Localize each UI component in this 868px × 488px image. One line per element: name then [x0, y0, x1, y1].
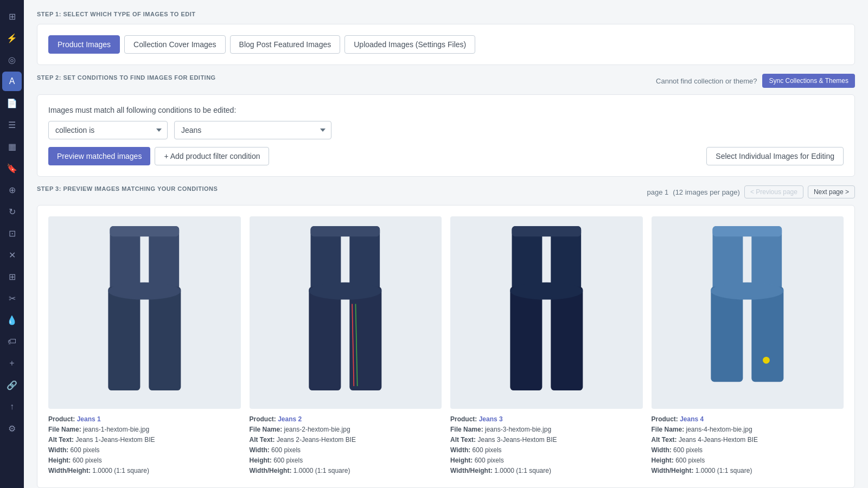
condition-value-select[interactable]: Jeans T-Shirts Shoes Accessories	[174, 121, 331, 139]
ratio-3: 1.0000 (1:1 square)	[494, 467, 551, 474]
refresh-icon[interactable]: ↻	[2, 202, 22, 221]
x-icon[interactable]: ✕	[2, 245, 22, 265]
group-icon[interactable]: ⊞	[2, 267, 22, 286]
product-label-1: Product:	[48, 415, 77, 423]
list-icon[interactable]: ☰	[2, 115, 22, 134]
image-placeholder-3	[450, 216, 643, 409]
file-name-4: jeans-4-hextom-bie.jpg	[686, 426, 752, 433]
svg-rect-23	[752, 286, 784, 381]
pagination-info: page 1 (12 images per page) < Previous p…	[647, 185, 855, 198]
plus-circle-icon[interactable]: ⊕	[2, 180, 22, 200]
height-3: 600 pixels	[475, 457, 504, 464]
settings-icon[interactable]: ⚙	[2, 419, 22, 438]
step2-label: STEP 2: SET CONDITIONS TO FIND IMAGES FO…	[37, 74, 216, 81]
select-individual-images-button[interactable]: Select Individual Images for Editing	[706, 147, 844, 165]
width-4: 600 pixels	[673, 446, 703, 454]
alt-text-4: Jeans 4-Jeans-Hextom BIE	[679, 436, 758, 444]
prev-page-button[interactable]: < Previous page	[744, 185, 803, 198]
svg-rect-8	[309, 286, 341, 390]
svg-point-24	[711, 282, 784, 299]
file-name-1: jeans-1-hextom-bie.jpg	[83, 426, 149, 433]
image-card-2: Product: Jeans 2 File Name: jeans-2-hext…	[250, 216, 442, 477]
alt-text-1: Jeans 1-Jeans-Hextom BIE	[75, 436, 155, 444]
sync-collections-themes-button[interactable]: Sync Collections & Themes	[762, 74, 855, 88]
circle-icon[interactable]: ◎	[2, 50, 22, 69]
product-link-1[interactable]: Jeans 1	[77, 415, 101, 423]
lightning-icon[interactable]: ⚡	[2, 28, 22, 48]
tag-icon[interactable]: 🏷	[2, 332, 22, 351]
doc-icon[interactable]: 📄	[2, 93, 22, 113]
step1-label: STEP 1: SELECT WHICH TYPE OF IMAGES TO E…	[37, 11, 855, 17]
product-link-2[interactable]: Jeans 2	[278, 415, 302, 423]
width-3: 600 pixels	[473, 446, 502, 454]
home-icon[interactable]: ⊞	[2, 7, 22, 26]
plus-icon[interactable]: +	[2, 354, 22, 373]
image-type-tabs: Product Images Collection Cover Images B…	[48, 35, 844, 54]
ratio-4: 1.0000 (1:1 square)	[695, 467, 752, 474]
svg-rect-2	[108, 286, 140, 390]
grid-icon[interactable]: ▦	[2, 137, 22, 156]
step1-card: Product Images Collection Cover Images B…	[37, 24, 855, 65]
image-card-4: Product: Jeans 4 File Name: jeans-4-hext…	[652, 216, 844, 477]
images-grid: Product: Jeans 1 File Name: jeans-1-hext…	[37, 205, 855, 488]
conditions-description: Images must match all following conditio…	[48, 106, 844, 114]
upload-icon[interactable]: ↑	[2, 397, 22, 416]
tab-blog-post-featured-images[interactable]: Blog Post Featured Images	[230, 35, 341, 54]
svg-rect-19	[512, 226, 581, 236]
main-content: STEP 1: SELECT WHICH TYPE OF IMAGES TO E…	[24, 0, 868, 488]
tab-product-images[interactable]: Product Images	[48, 35, 120, 54]
width-1: 600 pixels	[71, 446, 100, 454]
width-2: 600 pixels	[271, 446, 301, 454]
action-buttons-row: Preview matched images + Add product fil…	[48, 147, 844, 165]
cannot-find-text: Cannot find collection or theme?	[656, 77, 757, 85]
svg-rect-9	[350, 286, 382, 390]
image-meta-2: Product: Jeans 2 File Name: jeans-2-hext…	[250, 414, 442, 477]
image-meta-3: Product: Jeans 3 File Name: jeans-3-hext…	[450, 414, 643, 477]
image-card-1: Product: Jeans 1 File Name: jeans-1-hext…	[48, 216, 241, 477]
condition-filter-select[interactable]: collection is tag is product type is ven…	[48, 121, 168, 139]
height-1: 600 pixels	[73, 457, 102, 464]
svg-point-26	[763, 357, 770, 364]
product-link-3[interactable]: Jeans 3	[479, 415, 503, 423]
droplet-icon[interactable]: 💧	[2, 310, 22, 330]
tab-collection-cover-images[interactable]: Collection Cover Images	[124, 35, 226, 54]
file-name-2: jeans-2-hextom-bie.jpg	[284, 426, 350, 433]
crop-icon[interactable]: ⊡	[2, 223, 22, 243]
svg-rect-16	[510, 286, 542, 390]
step3-label: STEP 3: PREVIEW IMAGES MATCHING YOUR CON…	[37, 185, 218, 192]
action-left-buttons: Preview matched images + Add product fil…	[48, 147, 269, 165]
alt-text-2: Jeans 2-Jeans-Hextom BIE	[277, 436, 356, 444]
svg-rect-17	[551, 286, 583, 390]
image-placeholder-1	[48, 216, 241, 409]
image-placeholder-4	[652, 216, 844, 409]
bookmark-icon[interactable]: 🔖	[2, 158, 22, 178]
file-name-3: jeans-3-hextom-bie.jpg	[485, 426, 551, 433]
per-page-info: (12 images per page)	[673, 188, 740, 196]
svg-rect-3	[149, 286, 181, 390]
alt-text-3: Jeans 3-Jeans-Hextom BIE	[477, 436, 557, 444]
svg-rect-22	[711, 286, 743, 381]
ratio-1: 1.0000 (1:1 square)	[92, 467, 149, 474]
link-icon[interactable]: 🔗	[2, 375, 22, 395]
height-2: 600 pixels	[273, 457, 303, 464]
step3-header: STEP 3: PREVIEW IMAGES MATCHING YOUR CON…	[37, 185, 855, 198]
step2-header: STEP 2: SET CONDITIONS TO FIND IMAGES FO…	[37, 74, 855, 88]
svg-point-18	[510, 282, 583, 299]
product-link-4[interactable]: Jeans 4	[680, 415, 704, 423]
next-page-button[interactable]: Next page >	[808, 185, 855, 198]
svg-rect-5	[110, 226, 179, 236]
condition-row: collection is tag is product type is ven…	[48, 121, 844, 139]
tab-uploaded-images[interactable]: Uploaded Images (Settings Files)	[344, 35, 475, 54]
page-number: page 1	[647, 188, 669, 196]
add-product-filter-condition-button[interactable]: + Add product filter condition	[155, 147, 269, 165]
image-meta-1: Product: Jeans 1 File Name: jeans-1-hext…	[48, 414, 241, 477]
svg-rect-11	[311, 226, 380, 236]
svg-point-4	[108, 282, 181, 299]
svg-rect-25	[713, 226, 782, 236]
ratio-2: 1.0000 (1:1 square)	[293, 467, 350, 474]
scissors-icon[interactable]: ✂	[2, 288, 22, 308]
svg-point-10	[309, 282, 382, 299]
text-icon[interactable]: A	[2, 72, 22, 91]
preview-matched-images-button[interactable]: Preview matched images	[48, 147, 150, 165]
step2-card: Images must match all following conditio…	[37, 94, 855, 177]
